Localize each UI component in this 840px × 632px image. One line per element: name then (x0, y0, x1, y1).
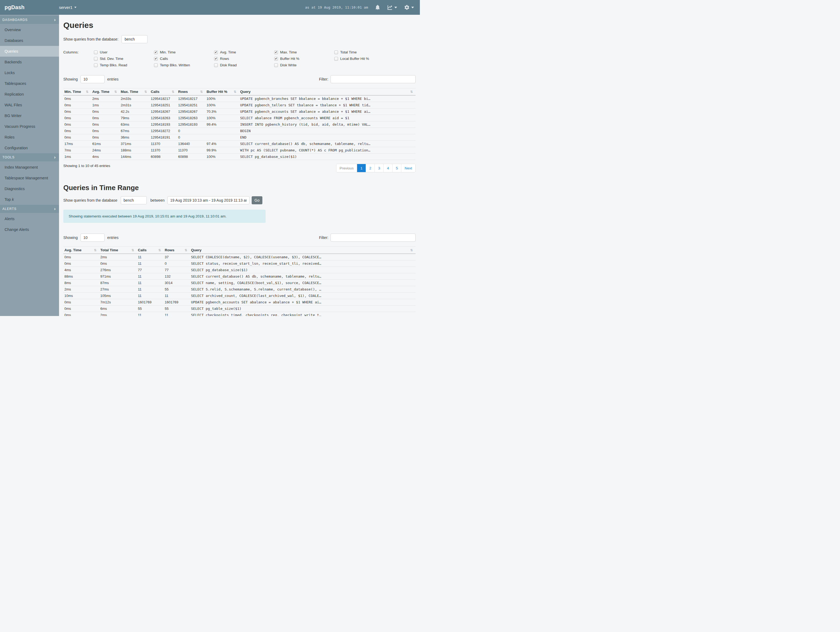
pagination-page-3[interactable]: 3 (375, 164, 384, 172)
column-checkbox-max-time[interactable]: ✔Max. Time (274, 50, 334, 54)
query-link[interactable]: SELECT name, setting, COALESCE(boot_val,… (190, 280, 415, 286)
table-cell: 0ms (91, 108, 120, 115)
server-select-label: server1 (59, 5, 73, 10)
column-checkbox-disk-read[interactable]: Disk Read (214, 63, 274, 67)
sidebar-item-replication[interactable]: Replication (0, 89, 59, 100)
chevron-down-icon (74, 7, 76, 8)
query-link[interactable]: UPDATE pgbench_accounts SET abalance = a… (239, 108, 415, 115)
sidebar-item-change-alerts[interactable]: Change Alerts (0, 224, 59, 235)
query-link[interactable]: SELECT pg_table_size($1) (190, 306, 415, 312)
column-header-calls[interactable]: Calls⇅ (137, 247, 164, 254)
column-checkbox-avg-time[interactable]: ✔Avg. Time (214, 50, 274, 54)
sidebar-item-vacuum-progress[interactable]: Vacuum Progress (0, 121, 59, 132)
go-button[interactable]: Go (252, 196, 263, 204)
column-checkbox-rows[interactable]: ✔Rows (214, 57, 274, 61)
pagination-page-1[interactable]: 1 (357, 164, 366, 172)
checkbox-unchecked-icon (214, 63, 218, 67)
column-header-rows[interactable]: Rows⇅ (164, 247, 190, 254)
checkbox-column: ✔Avg. Time✔RowsDisk Read (214, 50, 274, 67)
query-link[interactable]: SELECT current_database() AS db, scheman… (190, 273, 415, 280)
sidebar-item-queries[interactable]: Queries (0, 46, 59, 57)
sidebar-section-dashboards[interactable]: DASHBOARDS› (0, 16, 59, 24)
sidebar-item-tablespace-management[interactable]: Tablespace Management (0, 173, 59, 184)
sidebar-item-configuration[interactable]: Configuration (0, 143, 59, 153)
charts-menu-button[interactable] (387, 5, 397, 10)
server-select[interactable]: server1 (59, 5, 76, 10)
column-header-max-time[interactable]: Max. Time⇅ (120, 88, 150, 95)
column-checkbox-disk-write[interactable]: Disk Write (274, 63, 334, 67)
top-navbar: pgDash server1 as at 19 Aug 2019, 11:10:… (0, 0, 420, 15)
pagination-page-5[interactable]: 5 (393, 164, 401, 172)
column-checkbox-temp-blks-written[interactable]: Temp Blks. Written (154, 63, 214, 67)
sidebar-item-diagnostics[interactable]: Diagnostics (0, 184, 59, 194)
sidebar-item-wal-files[interactable]: WAL Files (0, 100, 59, 110)
settings-menu-button[interactable] (404, 5, 414, 10)
column-checkbox-total-time[interactable]: Total Time (334, 50, 395, 54)
query-link[interactable]: BEGIN (239, 128, 415, 134)
entries-count-input[interactable] (81, 75, 105, 83)
time-range-input[interactable] (167, 196, 249, 204)
column-header-min-time[interactable]: Min. Time⇅ (63, 88, 91, 95)
column-header-total-time[interactable]: Total Time⇅ (99, 247, 137, 254)
query-link[interactable]: SELECT current_database() AS db, scheman… (239, 141, 415, 147)
sidebar-item-backends[interactable]: Backends (0, 57, 59, 67)
sidebar-item-roles[interactable]: Roles (0, 132, 59, 143)
notifications-button[interactable] (375, 5, 380, 10)
column-checkbox-buffer-hit[interactable]: ✔Buffer Hit % (274, 57, 334, 61)
sidebar-item-databases[interactable]: Databases (0, 35, 59, 46)
query-link[interactable]: SELECT COALESCE(datname, $2), COALESCE(u… (190, 254, 415, 260)
query-link[interactable]: END (239, 134, 415, 141)
query-link[interactable]: SELECT status, receive_start_lsn, receiv… (190, 260, 415, 267)
filter-input[interactable] (330, 75, 415, 83)
column-checkbox-local-buffer-hit[interactable]: Local Buffer Hit % (334, 57, 395, 61)
sidebar-section-tools[interactable]: TOOLS› (0, 153, 59, 162)
pagination-page-4[interactable]: 4 (384, 164, 393, 172)
column-header-rows[interactable]: Rows⇅ (177, 88, 205, 95)
checkbox-checked-icon: ✔ (274, 57, 278, 61)
column-header-label: Avg. Time (65, 248, 82, 252)
sidebar-item-index-management[interactable]: Index Management (0, 162, 59, 173)
chevron-down-icon (395, 7, 397, 8)
column-checkbox-std-dev-time[interactable]: Std. Dev. Time (94, 57, 154, 61)
query-link[interactable]: UPDATE pgbench_branches SET bbalance = b… (239, 95, 415, 102)
column-checkbox-grid: UserStd. Dev. TimeTemp Blks. Read✔Min. T… (94, 50, 395, 67)
table-row: 1ms4ms144ms6089860898100%SELECT pg_datab… (63, 154, 415, 160)
sidebar-item-locks[interactable]: Locks (0, 67, 59, 78)
column-checkbox-user[interactable]: User (94, 50, 154, 54)
column-header-buffer-hit[interactable]: Buffer Hit %⇅ (205, 88, 239, 95)
sidebar-item-alerts[interactable]: Alerts (0, 214, 59, 224)
sidebar-item-bg-writer[interactable]: BG Writer (0, 110, 59, 121)
sidebar-item-top-k[interactable]: Top k (0, 194, 59, 205)
sidebar-item-tablespaces[interactable]: Tablespaces (0, 78, 59, 89)
pagination-previous[interactable]: Previous (336, 164, 357, 172)
column-header-avg-time[interactable]: Avg. Time⇅ (91, 88, 120, 95)
query-link[interactable]: SELECT abalance FROM pgbench_accounts WH… (239, 115, 415, 121)
query-link[interactable]: SELECT pg_database_size($1) (239, 154, 415, 160)
query-link[interactable]: SELECT S.relid, S.schemaname, S.relname,… (190, 286, 415, 293)
query-link[interactable]: SELECT pg_database_size($1) (190, 267, 415, 273)
column-header-query[interactable]: Query⇅ (239, 88, 415, 95)
query-link[interactable]: WITH pc AS (SELECT pubname, COUNT(*) AS … (239, 147, 415, 154)
sidebar-item-overview[interactable]: Overview (0, 24, 59, 35)
column-checkbox-calls[interactable]: ✔Calls (154, 57, 214, 61)
column-header-calls[interactable]: Calls⇅ (150, 88, 177, 95)
pagination-page-2[interactable]: 2 (366, 164, 375, 172)
query-link[interactable]: SELECT archived_count, COALESCE(last_arc… (190, 293, 415, 299)
sidebar-section-alerts[interactable]: ALERTS› (0, 205, 59, 213)
query-link[interactable]: UPDATE pgbench_tellers SET tbalance = tb… (239, 102, 415, 108)
database-input[interactable] (122, 35, 148, 43)
column-header-query[interactable]: Query⇅ (190, 247, 415, 254)
query-link[interactable]: UPDATE pgbench_accounts SET abalance = a… (190, 299, 415, 306)
entries-count-input-2[interactable] (81, 234, 105, 242)
column-checkbox-min-time[interactable]: ✔Min. Time (154, 50, 214, 54)
checkbox-label: Disk Read (220, 63, 237, 67)
checkbox-checked-icon: ✔ (214, 57, 218, 61)
column-header-avg-time[interactable]: Avg. Time⇅ (63, 247, 99, 254)
pagination-next[interactable]: Next (401, 164, 415, 172)
filter-input-2[interactable] (330, 234, 415, 242)
app-logo[interactable]: pgDash (0, 4, 59, 11)
query-link[interactable]: INSERT INTO pgbench_history (tid, bid, a… (239, 121, 415, 128)
query-link[interactable]: SELECT checkpoints_timed, checkpoints_re… (190, 312, 415, 316)
column-checkbox-temp-blks-read[interactable]: Temp Blks. Read (94, 63, 154, 67)
database-input-2[interactable] (121, 196, 147, 204)
